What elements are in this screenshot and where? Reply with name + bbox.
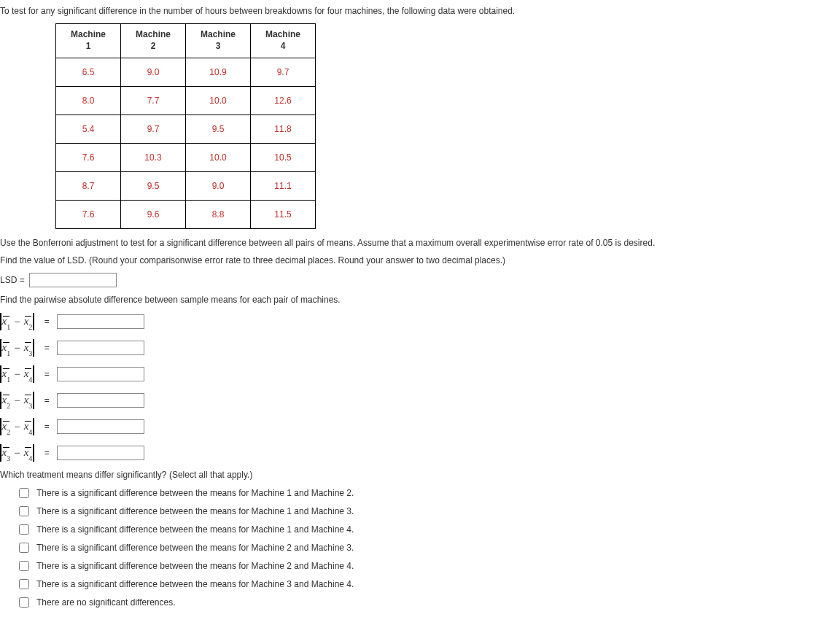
pairwise-row: x3−x4= [0,443,824,462]
pairwise-input-2-3[interactable] [57,393,144,408]
table-cell: 12.6 [251,87,316,115]
data-table: Machine1Machine2Machine3Machine4 6.59.01… [55,23,316,229]
equals-label: = [44,343,50,353]
minus-icon: − [14,342,20,354]
table-cell: 8.7 [56,172,121,201]
table-row: 5.49.79.511.8 [56,115,316,144]
pairwise-input-1-4[interactable] [57,367,144,381]
option-row[interactable]: There is a significant difference betwee… [19,561,824,571]
xbar-symbol: x1 [2,315,11,329]
xbar-symbol: x3 [24,341,33,355]
table-cell: 9.7 [251,58,316,87]
option-row[interactable]: There is a significant difference betwee… [19,524,824,535]
minus-icon: − [14,447,20,459]
option-label: There is a significant difference betwee… [36,579,354,589]
abs-diff-expression: x1−x3 [0,338,34,357]
equals-label: = [44,448,50,458]
option-label: There are no significant differences. [36,597,176,608]
option-row[interactable]: There is a significant difference betwee… [19,506,824,516]
option-row[interactable]: There is a significant difference betwee… [19,579,824,589]
option-row[interactable]: There is a significant difference betwee… [19,488,824,498]
abs-bar-icon [0,392,1,409]
equals-label: = [44,369,50,379]
pairwise-input-1-2[interactable] [57,314,144,329]
table-row: 7.69.68.811.5 [56,201,316,229]
option-checkbox[interactable] [19,597,29,608]
table-row: 8.79.59.011.1 [56,172,316,201]
paragraph-pairwise-instr: Find the pairwise absolute difference be… [0,295,824,305]
pairwise-input-1-3[interactable] [57,341,144,355]
table-cell: 10.5 [251,144,316,172]
option-label: There is a significant difference betwee… [36,506,354,516]
table-header: Machine2 [121,24,186,58]
table-cell: 11.8 [251,115,316,144]
abs-bar-icon [0,339,1,357]
table-header: Machine4 [251,24,316,58]
option-checkbox[interactable] [19,579,29,589]
table-cell: 9.7 [121,115,186,144]
option-label: There is a significant difference betwee… [36,524,354,535]
abs-bar-icon [0,313,1,330]
xbar-symbol: x2 [2,394,11,408]
paragraph-bonferroni: Use the Bonferroni adjustment to test fo… [0,238,824,248]
table-row: 8.07.710.012.6 [56,87,316,115]
minus-icon: − [14,421,20,433]
pairwise-row: x1−x2= [0,312,824,331]
equals-label: = [44,422,50,432]
xbar-symbol: x3 [24,394,33,408]
table-cell: 11.5 [251,201,316,229]
table-row: 7.610.310.010.5 [56,144,316,172]
table-cell: 10.9 [186,58,251,87]
table-cell: 5.4 [56,115,121,144]
minus-icon: − [14,316,20,328]
table-cell: 6.5 [56,58,121,87]
pairwise-row: x1−x3= [0,338,824,357]
minus-icon: − [14,395,20,407]
pairwise-input-3-4[interactable] [57,446,144,460]
option-row[interactable]: There are no significant differences. [19,597,824,608]
xbar-symbol: x2 [24,315,33,329]
abs-bar-icon [33,313,34,330]
lsd-input[interactable] [29,273,117,287]
abs-diff-expression: x2−x3 [0,391,34,410]
abs-diff-expression: x1−x2 [0,312,34,331]
abs-bar-icon [33,418,34,435]
abs-diff-expression: x2−x4 [0,417,34,436]
table-cell: 9.6 [121,201,186,229]
option-checkbox[interactable] [19,561,29,571]
abs-bar-icon [33,444,34,462]
minus-icon: − [14,368,20,381]
intro-text: To test for any significant difference i… [0,6,824,16]
xbar-symbol: x4 [24,368,33,381]
option-checkbox[interactable] [19,506,29,516]
table-cell: 10.0 [186,87,251,115]
option-checkbox[interactable] [19,543,29,553]
xbar-symbol: x4 [24,446,33,460]
paragraph-lsd-instr: Find the value of LSD. (Round your compa… [0,255,824,265]
equals-label: = [44,317,50,327]
table-header: Machine3 [186,24,251,58]
abs-diff-expression: x1−x4 [0,365,34,384]
pairwise-row: x1−x4= [0,365,824,384]
abs-bar-icon [0,365,1,383]
table-cell: 8.8 [186,201,251,229]
option-label: There is a significant difference betwee… [36,561,354,571]
option-checkbox[interactable] [19,524,29,535]
pairwise-row: x2−x3= [0,391,824,410]
equals-label: = [44,395,50,406]
table-cell: 9.0 [186,172,251,201]
pairwise-row: x2−x4= [0,417,824,436]
table-cell: 10.0 [186,144,251,172]
table-cell: 7.7 [121,87,186,115]
pairwise-input-2-4[interactable] [57,419,144,434]
option-row[interactable]: There is a significant difference betwee… [19,543,824,553]
abs-bar-icon [0,418,1,435]
option-checkbox[interactable] [19,488,29,498]
abs-bar-icon [0,444,1,462]
abs-bar-icon [33,392,34,409]
table-cell: 8.0 [56,87,121,115]
table-cell: 9.5 [121,172,186,201]
option-label: There is a significant difference betwee… [36,488,354,498]
abs-diff-expression: x3−x4 [0,443,34,462]
table-cell: 11.1 [251,172,316,201]
